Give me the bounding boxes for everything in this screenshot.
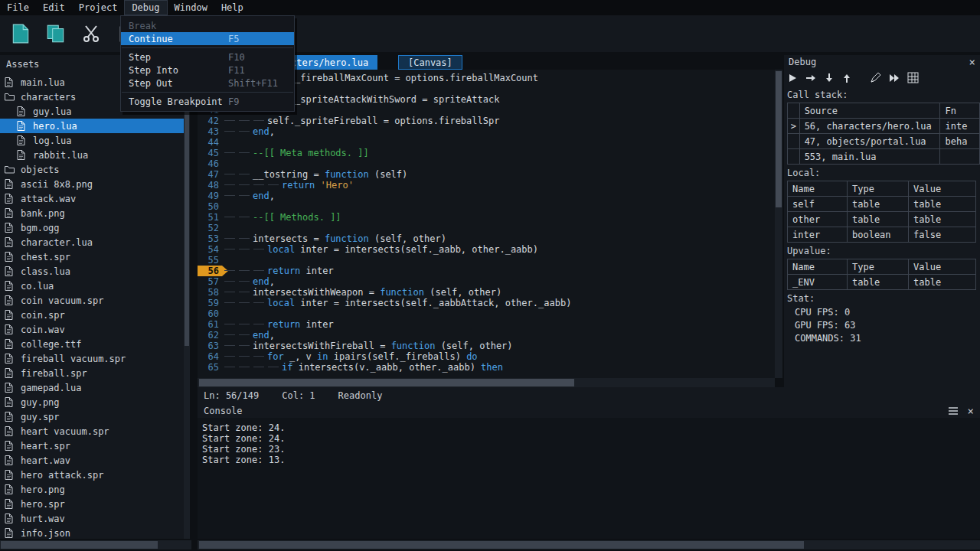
asset-class-lua[interactable]: class.lua: [0, 264, 184, 279]
code-line[interactable]: 61return inter: [198, 319, 775, 330]
copy-button[interactable]: [43, 21, 69, 47]
asset-guy-spr[interactable]: guy.spr: [0, 409, 184, 424]
code-line[interactable]: 65if intersects(v._aabb, other._aabb) th…: [198, 362, 775, 373]
code-line[interactable]: 57end,: [198, 276, 775, 287]
code-line[interactable]: 49end,: [198, 191, 775, 201]
asset-info-json[interactable]: info.json: [0, 526, 184, 539]
menu-edit[interactable]: Edit: [36, 0, 72, 15]
code-token: self._spriteAttackWithSword = spriteAtta…: [267, 94, 499, 105]
asset-bgm-ogg[interactable]: bgm.ogg: [0, 220, 184, 235]
asset-coin-spr[interactable]: coin.spr: [0, 308, 184, 322]
step-into-icon[interactable]: [824, 73, 835, 83]
main-hscroll-thumb[interactable]: [199, 541, 804, 549]
asset-guy-png[interactable]: guy.png: [0, 395, 184, 409]
var-row[interactable]: _ENVtabletable: [788, 275, 976, 290]
asset-log-lua[interactable]: log.lua: [0, 133, 184, 148]
menu-item-break[interactable]: Break: [121, 19, 294, 32]
asset-gamepad-lua[interactable]: gamepad.lua: [0, 380, 184, 395]
asset-objects[interactable]: objects: [0, 162, 184, 177]
menu-item-step-out[interactable]: Step OutShift+F11: [121, 77, 294, 90]
var-row[interactable]: interbooleanfalse: [788, 227, 976, 243]
asset-hero-png[interactable]: hero.png: [0, 482, 184, 497]
code-line[interactable]: 55: [198, 255, 775, 266]
tab-canvas[interactable]: [Canvas]: [398, 55, 462, 70]
asset-rabbit-lua[interactable]: rabbit.lua: [0, 148, 184, 162]
asset-hero-lua[interactable]: hero.lua: [0, 119, 184, 133]
menu-window[interactable]: Window: [168, 0, 214, 15]
callstack-row[interactable]: >56, characters/hero.luainte: [788, 119, 980, 134]
asset-heart-wav[interactable]: heart.wav: [0, 453, 184, 468]
menu-help[interactable]: Help: [214, 0, 250, 15]
code-line[interactable]: 46: [198, 158, 775, 169]
code-line[interactable]: 64for _, v in ipairs(self._fireballs) do: [198, 351, 775, 362]
play-icon[interactable]: [787, 73, 798, 83]
menu-item-step-into[interactable]: Step IntoF11: [121, 64, 294, 77]
code-line[interactable]: 58intersectsWithWeapon = function (self,…: [198, 287, 775, 298]
var-row[interactable]: selftabletable: [788, 197, 976, 212]
asset-co-lua[interactable]: co.lua: [0, 279, 184, 293]
asset-fireball-spr[interactable]: fireball.spr: [0, 366, 184, 380]
pencil-icon[interactable]: [870, 72, 881, 83]
step-over-icon[interactable]: [805, 73, 817, 83]
fast-forward-icon[interactable]: [888, 73, 900, 83]
menu-file[interactable]: File: [0, 0, 36, 15]
code-line[interactable]: 62end,: [198, 330, 775, 341]
asset-heart-spr[interactable]: heart.spr: [0, 439, 184, 453]
code-line[interactable]: 50: [198, 201, 775, 212]
file-icon: [5, 354, 16, 364]
code-line[interactable]: 44: [198, 137, 775, 148]
step-out-icon[interactable]: [841, 73, 852, 83]
code-line[interactable]: 48return 'Hero': [198, 180, 775, 191]
asset-hero-attack-spr[interactable]: hero attack.spr: [0, 468, 184, 482]
code-line[interactable]: 42self._spriteFireball = options.firebal…: [198, 116, 775, 126]
code-line[interactable]: 59local inter = intersects(self._aabbAtt…: [198, 298, 775, 308]
callstack-row[interactable]: 553, main.lua: [788, 149, 980, 165]
asset-character-lua[interactable]: character.lua: [0, 235, 184, 249]
code-area[interactable]: 38self._fireballMaxCount = options.fireb…: [198, 70, 775, 378]
editor-vscroll-thumb[interactable]: [776, 71, 782, 207]
asset-chest-spr[interactable]: chest.spr: [0, 249, 184, 264]
tab-whitespace-marker: [224, 180, 238, 191]
asset-coin-vacuum-spr[interactable]: coin vacuum.spr: [0, 293, 184, 308]
menu-item-step[interactable]: StepF10: [121, 51, 294, 64]
menu-project[interactable]: Project: [72, 0, 125, 15]
editor-horizontal-scrollbar[interactable]: [198, 378, 775, 387]
code-line[interactable]: 47__tostring = function (self): [198, 169, 775, 180]
asset-hurt-wav[interactable]: hurt.wav: [0, 511, 184, 526]
asset-hero-spr[interactable]: hero.spr: [0, 497, 184, 511]
menu-item-toggle-breakpoint[interactable]: Toggle BreakpointF9: [121, 95, 294, 108]
code-line[interactable]: 54local inter = intersects(self._aabb, o…: [198, 244, 775, 255]
code-line[interactable]: 51--[[ Methods. ]]: [198, 212, 775, 223]
menu-debug[interactable]: Debug: [124, 0, 167, 15]
asset-bank-png[interactable]: bank.png: [0, 206, 184, 220]
main-horizontal-scrollbar[interactable]: [198, 540, 980, 549]
pattern-icon[interactable]: [907, 72, 919, 83]
code-line[interactable]: 52: [198, 223, 775, 233]
asset-college-ttf[interactable]: college.ttf: [0, 337, 184, 351]
editor-hscroll-thumb[interactable]: [199, 379, 574, 386]
line-number: 64: [198, 351, 224, 362]
editor-vertical-scrollbar[interactable]: [775, 70, 782, 378]
asset-heart-vacuum-spr[interactable]: heart vacuum.spr: [0, 424, 184, 439]
var-row[interactable]: othertabletable: [788, 212, 976, 227]
sidebar-hscroll-thumb[interactable]: [1, 541, 158, 549]
debug-panel-close-icon[interactable]: ×: [969, 57, 975, 67]
asset-coin-wav[interactable]: coin.wav: [0, 322, 184, 337]
asset-attack-wav[interactable]: attack.wav: [0, 191, 184, 206]
asset-ascii-8x8-png[interactable]: ascii 8x8.png: [0, 177, 184, 191]
code-line[interactable]: 56return inter: [198, 266, 775, 276]
code-line[interactable]: 45--[[ Meta methods. ]]: [198, 148, 775, 158]
console-list-icon[interactable]: [948, 406, 959, 416]
asset-fireball-vacuum-spr[interactable]: fireball vacuum.spr: [0, 351, 184, 366]
code-line[interactable]: 53intersects = function (self, other): [198, 233, 775, 244]
new-file-button[interactable]: [8, 21, 34, 47]
console-close-icon[interactable]: ×: [968, 406, 974, 416]
sidebar-horizontal-scrollbar[interactable]: [0, 540, 191, 549]
code-line[interactable]: 60: [198, 308, 775, 319]
cut-button[interactable]: [78, 21, 104, 47]
assets-vertical-scrollbar[interactable]: [184, 55, 190, 539]
callstack-row[interactable]: 47, objects/portal.luabeha: [788, 134, 980, 149]
code-line[interactable]: 43end,: [198, 126, 775, 137]
menu-item-continue[interactable]: ContinueF5: [121, 32, 294, 45]
code-line[interactable]: 63intersectsWithFireball = function (sel…: [198, 341, 775, 351]
